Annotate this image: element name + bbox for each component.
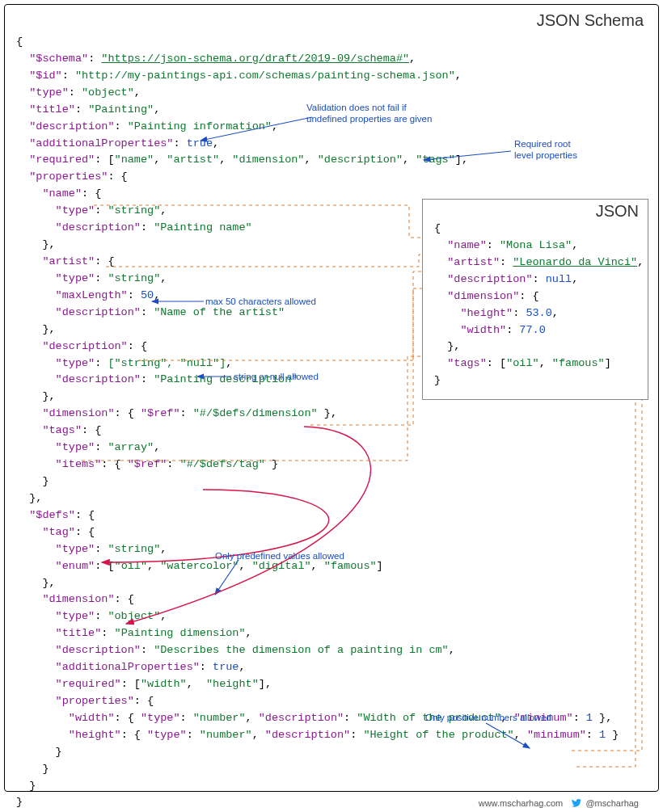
json-h-k: "height": [460, 307, 513, 319]
prop-artist-maxlen: 50: [141, 289, 154, 301]
def-dim: "dimension": [42, 593, 114, 605]
enum-oil: "oil": [115, 560, 148, 572]
prop-artist-type-k: "type": [56, 272, 95, 284]
prop-artist: "artist": [42, 255, 95, 267]
prop-dim-ref: "#/$defs/dimension": [193, 407, 318, 419]
dim-width: "width": [69, 712, 115, 724]
prop-dim: "dimension": [42, 407, 114, 419]
json-label: JSON: [593, 202, 642, 221]
key-properties: "properties": [29, 170, 108, 183]
json-name-k: "name": [447, 239, 487, 251]
prop-desc: "description": [42, 340, 127, 352]
json-code: { "name": "Mona Lisa", "artist": "Leonar…: [434, 206, 640, 393]
annot-required: Required root level properties: [514, 138, 577, 162]
def-tag-type-k: "type": [56, 543, 95, 555]
prop-desc-type: ["string", "null"]: [108, 357, 226, 369]
prop-name-desc: "Painting name": [154, 221, 252, 234]
req-dim: "dimension": [232, 154, 304, 166]
prop-tags-type: "array": [108, 441, 154, 453]
val-id: "http://my-paintings-api.com/schemas/pai…: [75, 69, 455, 82]
json-desc-k: "description": [447, 273, 532, 285]
val-type: "object": [82, 86, 134, 99]
req-artist: "artist": [167, 154, 219, 166]
twitter-icon: [572, 799, 581, 807]
schema-code: { "$schema": "https://json-schema.org/dr…: [5, 5, 658, 812]
val-addprops: true: [187, 137, 213, 149]
key-title: "title": [29, 103, 75, 116]
credit-url[interactable]: www.mscharhag.com: [479, 798, 564, 808]
dim-height: "height": [69, 729, 121, 741]
prop-tags: "tags": [42, 424, 82, 436]
json-artist-k: "artist": [447, 256, 500, 268]
dim-req-w: "width": [141, 678, 187, 690]
json-panel: { "name": "Mona Lisa", "artist": "Leonar…: [422, 199, 648, 400]
prop-artist-desc-k: "description": [56, 306, 141, 318]
def-dim-desc: "Describes the dimension of a painting i…: [154, 644, 449, 656]
key-schema: "$schema": [29, 53, 88, 65]
credit-line: www.mscharhag.com @mscharhag: [479, 798, 639, 808]
dim-w-type-k: "type": [141, 712, 180, 724]
key-desc: "description": [29, 120, 114, 133]
def-dim-addprops-k: "additionalProperties": [56, 661, 200, 673]
dim-h-type-k: "type": [147, 729, 187, 741]
json-dim-k: "dimension": [447, 290, 519, 302]
dim-w-desc-k: "description": [259, 712, 344, 724]
json-desc-v: null: [546, 273, 572, 285]
dim-h-type: "number": [200, 729, 252, 741]
key-required: "required": [29, 154, 95, 166]
json-h-v: 53.0: [526, 307, 551, 319]
req-tags: "tags": [416, 154, 455, 166]
prop-artist-desc: "Name of the artist": [154, 306, 285, 318]
prop-artist-type: "string": [108, 272, 160, 284]
prop-tags-items-k: "items": [56, 458, 102, 470]
prop-tags-ref: "#/$defs/tag": [180, 458, 265, 470]
key-id: "$id": [29, 69, 62, 82]
def-dim-title-k: "title": [56, 627, 102, 639]
annot-enum: Only predefined values allowed: [215, 550, 344, 562]
dim-h-desc-k: "description": [265, 729, 350, 741]
val-title: "Painting": [88, 103, 154, 116]
json-name-v: "Mona Lisa": [500, 239, 572, 251]
annot-maxlen: max 50 characters allowed: [205, 296, 316, 307]
val-desc: "Painting information": [128, 120, 272, 133]
def-dim-type-k: "type": [56, 610, 95, 622]
key-defs: "$defs": [29, 509, 75, 521]
req-name: "name": [115, 154, 154, 166]
json-w-k: "width": [460, 324, 506, 336]
json-tags-k: "tags": [447, 357, 487, 369]
dim-h-min-k: "minimum": [527, 729, 586, 741]
def-tag-enum-k: "enum": [56, 560, 95, 572]
annot-nullable: string or null allowed: [234, 371, 319, 382]
credit-handle[interactable]: @mscharhag: [585, 798, 639, 808]
prop-name-type-k: "type": [56, 204, 95, 217]
schema-label: JSON Schema: [534, 11, 647, 30]
def-tag: "tag": [42, 526, 75, 538]
json-tag-oil: "oil": [506, 357, 539, 369]
prop-name-type: "string": [108, 204, 160, 217]
prop-tags-type-k: "type": [56, 441, 95, 453]
def-dim-title: "Painting dimension": [115, 627, 246, 639]
key-addprops: "additionalProperties": [29, 137, 173, 149]
prop-artist-maxlen-k: "maxLength": [56, 289, 128, 301]
annot-positive: Only positive numbers allowed: [425, 712, 551, 723]
dim-h-min: 1: [599, 729, 606, 741]
prop-desc-type-k: "type": [56, 357, 95, 369]
json-w-v: 77.0: [519, 324, 545, 336]
def-tag-type: "string": [108, 543, 160, 555]
def-dim-desc-k: "description": [56, 644, 141, 656]
def-dim-props-k: "properties": [56, 695, 134, 707]
prop-desc-desc-k: "description": [56, 373, 141, 385]
json-tag-famous: "famous": [552, 357, 605, 369]
def-dim-type: "object": [108, 610, 160, 622]
annot-validation: Validation does not fail if undefined pr…: [306, 102, 432, 125]
prop-tags-ref-k: "$ref": [128, 458, 167, 470]
prop-dim-ref-k: "$ref": [141, 407, 180, 419]
dim-w-min: 1: [586, 712, 593, 724]
json-artist-v: "Leonardo da Vinci": [513, 256, 637, 268]
dim-w-type: "number": [193, 712, 246, 724]
val-schema-url[interactable]: "https://json-schema.org/draft/2019-09/s…: [101, 53, 409, 65]
prop-name-desc-k: "description": [56, 221, 141, 234]
dim-h-desc: "Height of the product": [363, 729, 513, 741]
dim-req-h: "height": [206, 678, 259, 690]
prop-name: "name": [42, 187, 82, 200]
